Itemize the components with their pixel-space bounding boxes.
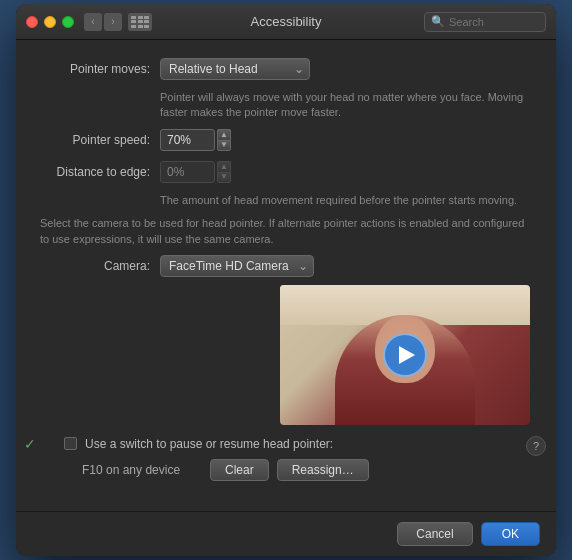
switch-row: Use a switch to pause or resume head poi… (40, 437, 532, 451)
distance-stepper: ▲ ▼ (160, 161, 231, 183)
camera-select[interactable]: FaceTime HD Camera (160, 255, 314, 277)
maximize-button[interactable] (62, 16, 74, 28)
stepper-up[interactable]: ▲ (217, 129, 231, 140)
window-title: Accessibility (251, 14, 322, 29)
switch-checkbox[interactable] (64, 437, 77, 450)
pointer-moves-select[interactable]: Relative to Head Relative to Body (160, 58, 310, 80)
pointer-moves-label: Pointer moves: (40, 62, 150, 76)
back-button[interactable]: ‹ (84, 13, 102, 31)
help-button[interactable]: ? (526, 436, 546, 456)
distance-stepper-down: ▼ (217, 172, 231, 183)
minimize-button[interactable] (44, 16, 56, 28)
distance-description: The amount of head movement required bef… (160, 193, 532, 208)
button-bar: Cancel OK (16, 511, 556, 556)
cancel-button[interactable]: Cancel (397, 522, 472, 546)
camera-preview[interactable] (280, 285, 530, 425)
switch-label: Use a switch to pause or resume head poi… (85, 437, 333, 451)
pointer-speed-row: Pointer speed: ▲ ▼ (40, 129, 532, 151)
key-row: F10 on any device Clear Reassign… (82, 459, 532, 481)
distance-input (160, 161, 215, 183)
back-icon: ‹ (91, 16, 94, 27)
grid-button[interactable] (128, 13, 152, 31)
content-area: Pointer moves: Relative to Head Relative… (16, 40, 556, 511)
camera-preview-container (160, 285, 532, 425)
check-icon: ✓ (24, 436, 36, 452)
distance-stepper-up: ▲ (217, 161, 231, 172)
key-label: F10 on any device (82, 463, 202, 477)
play-icon (399, 346, 415, 364)
close-button[interactable] (26, 16, 38, 28)
camera-label: Camera: (40, 259, 150, 273)
pointer-speed-stepper[interactable]: ▲ ▼ (160, 129, 231, 151)
forward-icon: › (111, 16, 114, 27)
stepper-buttons: ▲ ▼ (217, 129, 231, 151)
play-button[interactable] (383, 333, 427, 377)
reassign-button[interactable]: Reassign… (277, 459, 369, 481)
stepper-down[interactable]: ▼ (217, 140, 231, 151)
forward-button[interactable]: › (104, 13, 122, 31)
distance-row: Distance to edge: ▲ ▼ (40, 161, 532, 183)
clear-button[interactable]: Clear (210, 459, 269, 481)
search-bar[interactable]: 🔍 (424, 12, 546, 32)
camera-description: Select the camera to be used for head po… (40, 216, 532, 247)
titlebar: ‹ › Accessibility 🔍 (16, 4, 556, 40)
camera-row: Camera: FaceTime HD Camera (40, 255, 532, 277)
camera-select-wrapper[interactable]: FaceTime HD Camera (160, 255, 314, 277)
accessibility-window: ‹ › Accessibility 🔍 Pointer moves: Relat… (16, 4, 556, 556)
distance-stepper-buttons: ▲ ▼ (217, 161, 231, 183)
pointer-description: Pointer will always move with your head … (160, 90, 532, 121)
ok-button[interactable]: OK (481, 522, 540, 546)
pointer-speed-label: Pointer speed: (40, 133, 150, 147)
nav-buttons: ‹ › (84, 13, 122, 31)
search-icon: 🔍 (431, 15, 445, 28)
distance-label: Distance to edge: (40, 165, 150, 179)
search-input[interactable] (449, 16, 539, 28)
pointer-speed-input[interactable] (160, 129, 215, 151)
traffic-lights (26, 16, 74, 28)
pointer-moves-select-wrapper[interactable]: Relative to Head Relative to Body (160, 58, 310, 80)
pointer-moves-row: Pointer moves: Relative to Head Relative… (40, 58, 532, 80)
